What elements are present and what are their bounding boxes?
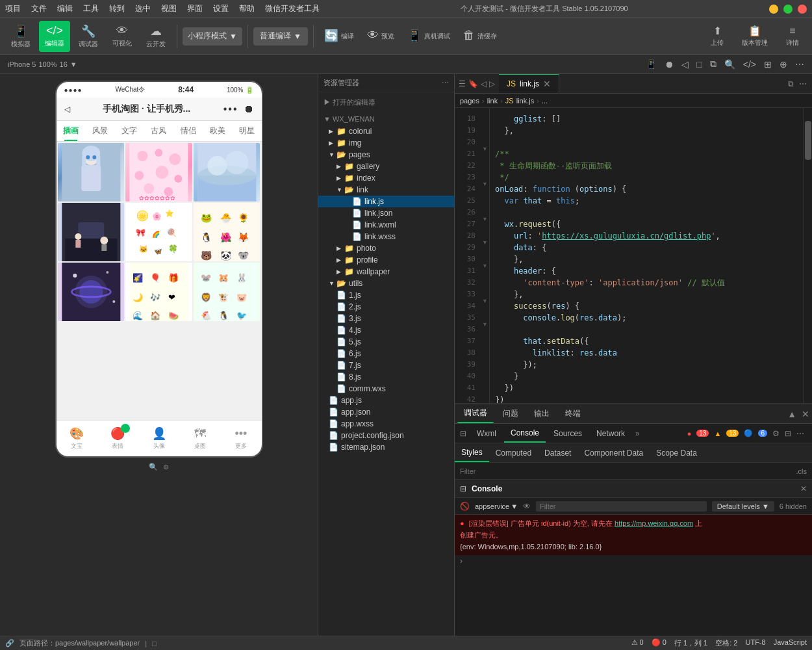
fold-icon-data[interactable]: ▼	[482, 239, 488, 246]
open-editors-section[interactable]: ▶ 打开的编辑器	[318, 95, 454, 110]
debugger-button[interactable]: 🔧 调试器	[73, 21, 104, 52]
phone-icon[interactable]: 📱	[646, 59, 657, 70]
service-dropdown[interactable]: appservice ▼	[475, 502, 518, 510]
menu-item-goto[interactable]: 转到	[109, 3, 125, 14]
inspector-tab-wxml[interactable]: Wxml	[470, 424, 503, 443]
tree-file-sitemapjson[interactable]: 📄 sitemap.json	[318, 441, 454, 453]
tab-text[interactable]: 文字	[115, 121, 144, 141]
devtools-tab-terminal[interactable]: 终端	[559, 405, 587, 423]
fold-icon-comment[interactable]: ▼	[482, 146, 488, 152]
grid-icon[interactable]: ⊞	[764, 59, 772, 70]
menu-item-project[interactable]: 项目	[5, 3, 21, 14]
menu-item-help[interactable]: 帮助	[239, 3, 255, 14]
nav-item-sticker[interactable]: 🔴 表情	[97, 426, 138, 450]
inspector-tab-sources[interactable]: Sources	[547, 424, 589, 443]
devtools-tab-debugger[interactable]: 调试器	[457, 405, 494, 423]
console-close-button[interactable]: ✕	[800, 484, 807, 493]
editor-button[interactable]: </> 编辑器	[39, 21, 70, 52]
tab-couple[interactable]: 情侣	[173, 121, 203, 141]
back-button-phone[interactable]: ◁	[64, 105, 70, 114]
image-item[interactable]: 🌟 🌸 ⭐ 🎀 🌈 🍭 🐱 🦋 🍀	[125, 203, 192, 261]
editor-icon-back[interactable]: ◁	[481, 79, 487, 88]
clean-button[interactable]: 🗑 清缓存	[458, 21, 502, 52]
tab-illustration[interactable]: 插画	[57, 121, 86, 141]
upload-button[interactable]: ⬆ 上传	[703, 22, 731, 50]
editor-scrollbar[interactable]	[803, 108, 812, 403]
console-filter-input[interactable]	[536, 501, 707, 512]
simulator-button[interactable]: 📱 模拟器	[5, 21, 36, 52]
tree-folder-link[interactable]: ▼ 📂 link	[318, 184, 454, 196]
compile-button[interactable]: 🔄 编译	[319, 21, 359, 52]
tree-folder-index[interactable]: ▶ 📁 index	[318, 172, 454, 184]
editor-icon-bookmark[interactable]: 🔖	[468, 79, 478, 88]
project-section[interactable]: ▼ WX_WENAN	[318, 112, 454, 125]
image-item[interactable]	[58, 143, 125, 202]
menu-item-settings[interactable]: 设置	[213, 3, 229, 14]
devtools-tab-issues[interactable]: 问题	[496, 405, 525, 423]
more-editor-icon[interactable]: ⋯	[799, 79, 807, 88]
search-icon[interactable]: 🔍	[724, 59, 735, 70]
style-tab-dataset[interactable]: Dataset	[538, 444, 577, 462]
fold-icon-success[interactable]: ▼	[482, 298, 488, 304]
devtools-tab-output[interactable]: 输出	[527, 405, 556, 423]
preview-button[interactable]: 👁 预览	[362, 21, 400, 52]
style-tab-styles[interactable]: Styles	[455, 444, 489, 462]
nav-item-more[interactable]: ••• 更多	[220, 427, 261, 450]
tree-file-linkjs[interactable]: 📄 link.js	[318, 196, 454, 207]
options-icon[interactable]: •••	[223, 103, 238, 115]
tab-western[interactable]: 欧美	[203, 121, 232, 141]
tree-file-projectconfig[interactable]: 📄 project.config.json	[318, 430, 454, 441]
nav-item-gallery[interactable]: 🎨 文宝	[57, 426, 97, 450]
tree-file-2js[interactable]: 📄 2.js	[318, 301, 454, 313]
code-icon[interactable]: </>	[743, 59, 756, 70]
editor-scrollbar-thumb[interactable]	[805, 121, 811, 160]
style-tab-scope[interactable]: Scope Data	[650, 444, 704, 462]
version-button[interactable]: 📋 版本管理	[737, 22, 773, 50]
tree-file-commwxs[interactable]: 📄 comm.wxs	[318, 383, 454, 395]
visual-button[interactable]: 👁 可视化	[107, 21, 138, 52]
inspector-layout-icon[interactable]: ⊟	[785, 429, 791, 438]
console-collapse-icon[interactable]: ⊟	[460, 484, 466, 493]
inspector-more-icon[interactable]: »	[633, 429, 642, 438]
devtools-expand-icon[interactable]: ▲	[787, 409, 796, 419]
nav-item-avatar[interactable]: 👤 头像	[138, 426, 179, 450]
inspector-tab-network[interactable]: Network	[590, 424, 631, 443]
tree-file-linkjson[interactable]: 📄 link.json	[318, 207, 454, 219]
tree-file-appjson[interactable]: 📄 app.json	[318, 406, 454, 418]
tree-file-appwxss[interactable]: 📄 app.wxss	[318, 418, 454, 430]
status-bar-icon[interactable]: 🔗	[5, 639, 14, 647]
fold-icon-onload[interactable]: ▼	[482, 181, 488, 187]
image-item[interactable]: ✿✿✿✿✿✿✿	[125, 143, 192, 202]
style-tab-computed[interactable]: Computed	[489, 444, 538, 462]
menu-item-tools[interactable]: 工具	[83, 3, 99, 14]
inspector-settings-icon[interactable]: ⚙	[772, 429, 780, 438]
tree-folder-pages[interactable]: ▼ 📂 pages	[318, 149, 454, 161]
menu-item-select[interactable]: 选中	[135, 3, 151, 14]
mode-dropdown[interactable]: 小程序模式 ▼	[183, 27, 242, 46]
tree-file-6js[interactable]: 📄 6.js	[318, 348, 454, 359]
nav-item-wallpaper[interactable]: 🗺 桌图	[179, 427, 220, 450]
tree-file-7js[interactable]: 📄 7.js	[318, 359, 454, 371]
menu-item-wechat[interactable]: 微信开发者工具	[265, 3, 320, 14]
devtools-close-icon[interactable]: ✕	[802, 409, 809, 419]
tab-landscape[interactable]: 风景	[86, 121, 115, 141]
tree-file-4js[interactable]: 📄 4.js	[318, 324, 454, 336]
tree-file-linkwxss[interactable]: 📄 link.wxss	[318, 231, 454, 242]
record-icon[interactable]: ⏺	[665, 59, 674, 70]
menu-item-view[interactable]: 视图	[161, 3, 177, 14]
tab-linkjs[interactable]: JS link.js ✕	[499, 74, 559, 93]
image-item[interactable]	[58, 263, 125, 321]
sim-filter-icon[interactable]: ⊕	[163, 463, 169, 471]
image-item[interactable]: 🐭 🐹 🐰 🦁 🐮 🐷 🐔 🐧 🐦	[194, 263, 260, 321]
tab-ancient[interactable]: 古风	[144, 121, 173, 141]
copy-icon[interactable]: ⧉	[710, 58, 717, 70]
more-icon[interactable]: ⋯	[795, 59, 804, 70]
inspect-icon[interactable]: ⊕	[780, 59, 787, 70]
fold-icon-header[interactable]: ▼	[482, 263, 488, 269]
page-icon[interactable]: □	[696, 59, 702, 70]
code-editor[interactable]: gglist: [] }, /** * 生命周期函数--监听页面加载 */ on…	[490, 108, 803, 403]
inspector-icon[interactable]: ⊟	[457, 429, 469, 438]
tree-folder-img[interactable]: ▶ 📁 img	[318, 137, 454, 149]
breadcrumb-pages[interactable]: pages	[460, 97, 479, 105]
maximize-button[interactable]	[783, 5, 793, 14]
